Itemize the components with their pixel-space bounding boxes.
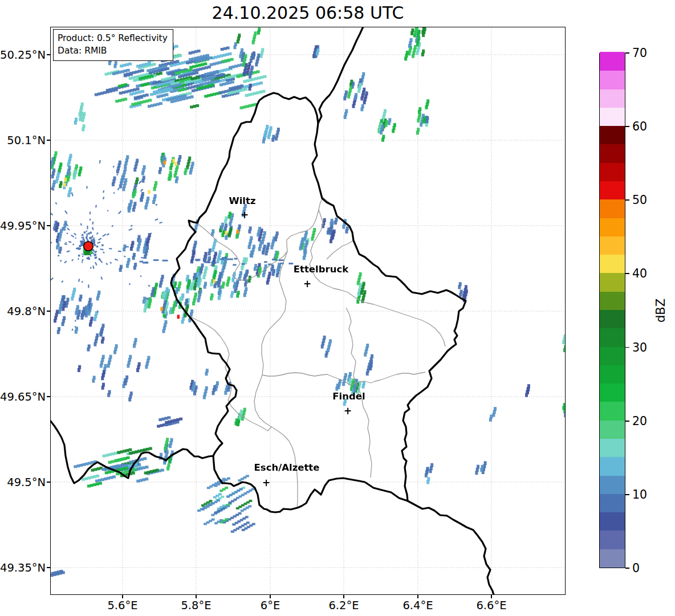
lon-tick-label: 6°E	[261, 599, 280, 612]
lon-tick-label: 5.8°E	[181, 599, 211, 612]
colorbar-tick-mark	[625, 568, 629, 569]
colorbar-segment	[600, 384, 625, 402]
colorbar-segment	[600, 218, 625, 236]
colorbar-segment	[600, 420, 625, 439]
data-source-line: Data: RMIB	[58, 44, 168, 57]
colorbar-segment	[600, 199, 625, 218]
lon-tick-label: 5.6°E	[107, 599, 137, 612]
lat-tick-mark	[47, 54, 50, 55]
colorbar-tick-mark	[625, 126, 629, 127]
colorbar-segment	[600, 236, 625, 255]
colorbar-tick-label: 0	[632, 561, 640, 575]
colorbar-tick-label: 20	[632, 414, 647, 428]
colorbar-segment	[600, 181, 625, 199]
city-plus-marker: +	[344, 406, 352, 416]
lat-tick-mark	[47, 482, 50, 483]
colorbar-segment	[600, 126, 625, 145]
lon-tick-label: 6.2°E	[328, 599, 359, 612]
colorbar-tick-label: 30	[632, 341, 647, 354]
lon-tick-mark	[270, 595, 271, 598]
lat-tick-mark	[47, 311, 50, 312]
lat-tick-mark	[47, 140, 50, 141]
colorbar-segment	[600, 512, 625, 531]
colorbar-segment	[600, 309, 625, 328]
lon-tick-mark	[343, 595, 344, 598]
product-annotation-box: Product: 0.5° Reflectivity Data: RMIB	[53, 29, 173, 61]
colorbar-segment	[600, 402, 625, 421]
colorbar-segment	[600, 438, 625, 457]
lon-tick-mark	[417, 595, 418, 598]
colorbar-segment	[600, 346, 625, 365]
colorbar-tick-mark	[625, 199, 629, 201]
lat-tick-label: 49.5°N	[0, 476, 46, 489]
colorbar-segment	[600, 255, 625, 274]
lat-tick-label: 49.35°N	[0, 561, 46, 574]
colorbar-tick-mark	[625, 494, 629, 495]
city-label-esch-alzette: Esch/Alzette	[254, 462, 320, 473]
colorbar-segment	[600, 549, 625, 568]
colorbar	[599, 53, 625, 568]
lat-tick-label: 50.1°N	[0, 134, 46, 147]
colorbar-segment	[600, 291, 625, 310]
colorbar-tick-mark	[625, 347, 629, 348]
colorbar-segment	[600, 273, 625, 292]
colorbar-segment	[600, 328, 625, 347]
lat-tick-mark	[47, 225, 50, 226]
colorbar-segment	[600, 162, 625, 181]
colorbar-segment	[600, 365, 625, 384]
city-plus-marker: +	[241, 210, 249, 220]
colorbar-tick-label: 40	[632, 267, 647, 280]
colorbar-tick-label: 60	[632, 120, 647, 133]
radar-figure: 24.10.2025 06:58 UTC Product: 0.5° Refle…	[0, 0, 675, 616]
colorbar-segment	[600, 144, 625, 163]
lon-tick-mark	[196, 595, 197, 598]
colorbar-tick-mark	[625, 52, 629, 54]
lon-tick-mark	[122, 595, 123, 598]
page-title: 24.10.2025 06:58 UTC	[212, 3, 404, 23]
lon-tick-mark	[491, 595, 492, 598]
colorbar-segment	[600, 71, 625, 89]
product-line: Product: 0.5° Reflectivity	[58, 32, 168, 44]
colorbar-tick-label: 70	[632, 46, 647, 60]
city-plus-marker: +	[303, 279, 311, 289]
colorbar-segment	[600, 493, 625, 512]
lon-tick-label: 6.6°E	[476, 599, 506, 612]
plot-frame	[50, 27, 566, 595]
city-plus-marker: +	[262, 478, 270, 488]
lon-tick-label: 6.4°E	[402, 599, 433, 612]
colorbar-segment	[600, 457, 625, 476]
lat-tick-label: 49.95°N	[0, 219, 46, 232]
colorbar-segment	[600, 475, 625, 494]
lat-tick-mark	[47, 567, 50, 568]
colorbar-segment	[600, 107, 625, 126]
colorbar-tick-mark	[625, 421, 629, 422]
colorbar-tick-mark	[625, 273, 629, 274]
colorbar-axis-label: dBZ	[654, 299, 668, 323]
colorbar-segment	[600, 531, 625, 549]
lat-tick-mark	[47, 396, 50, 397]
colorbar-segment	[600, 89, 625, 108]
lat-tick-label: 49.8°N	[0, 305, 46, 318]
colorbar-tick-label: 10	[632, 488, 647, 501]
lat-tick-label: 49.65°N	[0, 390, 46, 403]
colorbar-tick-label: 50	[632, 193, 647, 207]
city-label-findel: Findel	[332, 391, 365, 402]
city-label-ettelbruck: Ettelbruck	[294, 264, 348, 275]
lat-tick-label: 50.25°N	[0, 48, 46, 62]
colorbar-segment	[600, 52, 625, 71]
city-label-wiltz: Wiltz	[229, 195, 255, 206]
